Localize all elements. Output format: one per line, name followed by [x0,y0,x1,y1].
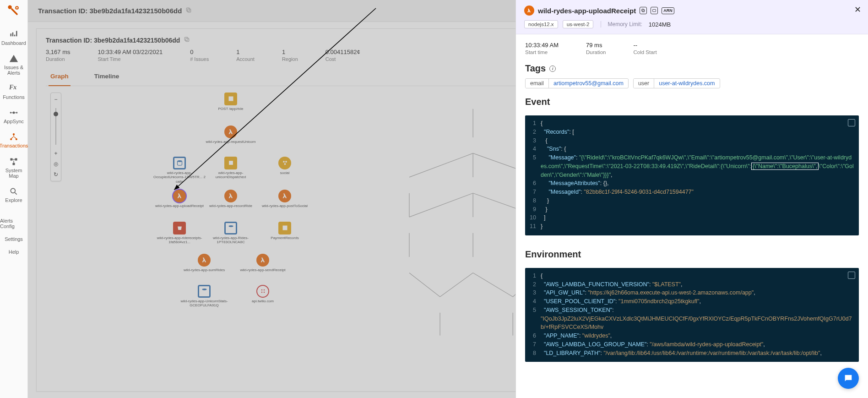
zoom-in-icon[interactable]: + [52,150,60,157]
svg-point-23 [228,225,233,227]
environment-heading: Environment [525,249,859,260]
sidebar-item-transactions[interactable]: Transactions [0,128,27,153]
lambda-icon [524,5,534,16]
node-label: social [280,171,289,175]
arn-badge[interactable]: ARN [662,7,674,14]
metric-label: Duration [46,56,70,62]
tab-graph[interactable]: Graph [49,68,71,86]
sidebar-item-appsync[interactable]: AppSync [0,104,27,128]
table-icon[interactable] [278,222,291,234]
lumigo-logo[interactable] [7,5,20,17]
node-label: wild-rydes-app-uploadReceipt [155,204,204,208]
region-chip: us-west-2 [563,20,594,28]
lambda-icon[interactable] [256,254,269,267]
zoom-slider[interactable] [55,108,56,145]
svg-point-1 [16,6,18,9]
svg-rect-30 [642,10,645,12]
invoc-value: 79 ms [586,42,606,49]
metric-label: Account [236,56,255,62]
node-label: wild-rydes-app-requestUnicorn [206,140,256,144]
chat-bubble-icon[interactable] [838,368,859,389]
metric-value: 0 [190,49,209,55]
svg-rect-8 [11,158,13,160]
sidebar-item-systemmap[interactable]: System Map [0,153,27,183]
metric-value: 10:33:49 AM 03/22/2021 [98,49,163,55]
copy-icon[interactable] [185,7,192,15]
node-label: wild-rydes-app-unicornDispatched [203,171,258,180]
metric-label: # Issues [190,56,209,62]
copy-icon[interactable] [848,119,855,126]
node-label: wild-rydes-app-sumRides [184,268,225,273]
dynamodb-icon[interactable] [224,222,237,234]
sidebar-item-functions[interactable]: Fx Functions [0,80,27,104]
page-title-id: 3be9b2da1fa14232150b06dd [90,7,182,15]
copy-icon[interactable] [184,36,190,44]
tag-value-link[interactable]: artiompetrov55@gmail.com [549,79,628,88]
tags-heading: Tags [525,63,546,74]
node-label: wild-rydes-app-OccupiedUnicorns-1SW5TR..… [152,171,207,184]
metric-value: 0.00411582¢ [326,49,360,55]
node-label: wild-rydes-app-UnicornStats-GCEOFULFA91Q [177,299,232,308]
s3-icon[interactable] [173,222,186,234]
node-label: wild-rydes-app-sendReceipt [240,268,285,273]
tag-key: email [526,79,549,88]
sidebar-settings[interactable]: Settings [5,236,23,242]
twilio-icon[interactable] [256,285,269,298]
svg-rect-14 [187,8,190,11]
event-heading: Event [525,97,859,107]
dynamodb-icon[interactable] [173,157,186,169]
lambda-icon[interactable] [173,190,186,202]
sidebar-item-issues[interactable]: Issues & Alerts [0,50,27,80]
event-code[interactable]: 1{ 2 "Records": [ 3 { 4 "Sns": { 5 "Mess… [525,115,859,235]
open-external-icon[interactable] [651,7,658,14]
invocation-panel: wild-rydes-app-uploadReceipt ARN ✕ nodej… [515,0,868,398]
sidebar-item-explore[interactable]: Explore [0,183,27,207]
copy-icon[interactable] [640,7,647,14]
node-label: wild-rydes-app-recordRide [209,204,252,208]
lambda-icon[interactable] [278,190,291,202]
metric-value: 1 [236,49,255,55]
zoom-control[interactable]: − + ◎ ↻ [50,93,61,181]
memory-label: Memory Limit: [601,21,642,27]
info-icon[interactable]: i [549,65,556,72]
zoom-fit-icon[interactable]: ◎ [52,160,60,168]
dynamodb-icon[interactable] [198,285,211,298]
svg-rect-32 [653,10,656,12]
svg-point-28 [261,292,262,293]
lambda-icon[interactable] [198,254,211,267]
card-title-id: 3be9b2da1fa14232150b06dd [94,37,180,44]
svg-point-3 [10,112,11,114]
svg-point-25 [202,289,206,290]
panel-title: wild-rydes-app-uploadReceipt [538,7,636,15]
sidebar-label: Transactions [0,143,28,148]
node-label: PaymentRecords [271,236,298,240]
lambda-icon[interactable] [224,190,237,202]
zoom-reset-icon[interactable]: ↻ [52,171,60,178]
svg-rect-10 [13,163,15,165]
svg-point-18 [177,160,182,162]
node-label: wild-rydes-app-ridereceipts-1fa58d4vz1..… [152,236,207,245]
sidebar: Dashboard Issues & Alerts Fx Functions A… [0,0,28,398]
sidebar-label: Issues & Alerts [1,65,27,76]
tab-timeline[interactable]: Timeline [92,68,121,86]
card-title-prefix: Transaction ID: [46,37,92,44]
social-icon[interactable] [278,157,291,169]
close-icon[interactable]: ✕ [853,5,862,14]
zoom-out-icon[interactable]: − [52,96,60,103]
svg-point-21 [285,161,287,163]
invoc-value: -- [633,42,656,49]
sidebar-item-dashboard[interactable]: Dashboard [0,26,27,50]
lambda-icon[interactable] [224,125,237,138]
page-title-prefix: Transaction ID: [38,7,87,15]
svg-point-11 [11,188,15,193]
api-gateway-icon[interactable] [224,93,237,105]
svg-point-26 [261,289,262,291]
environment-code[interactable]: 1{ 2 "AWS_LAMBDA_FUNCTION_VERSION": "$LA… [525,268,859,362]
sns-icon[interactable] [224,157,237,169]
svg-rect-13 [188,9,191,12]
sidebar-help[interactable]: Help [9,249,19,255]
sidebar-label: System Map [1,168,27,179]
tag-value-link[interactable]: user-at-wildrydes.com [654,79,719,88]
sidebar-alerts-config[interactable]: Alerts Config [0,218,27,229]
copy-icon[interactable] [848,272,855,279]
